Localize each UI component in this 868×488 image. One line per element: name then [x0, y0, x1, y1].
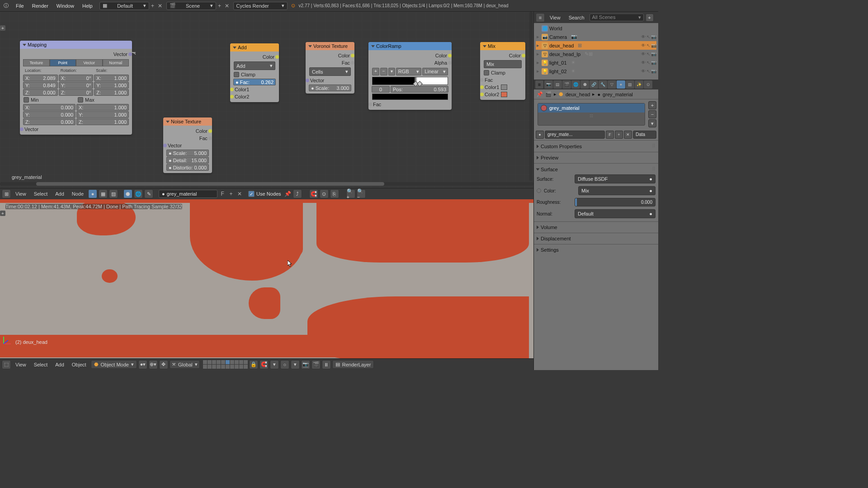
node-editor[interactable]: + grey_material Mapping Vector Texture P…: [0, 12, 533, 188]
ramp-gradient[interactable]: [372, 77, 448, 85]
material-name-input[interactable]: grey_mate...: [545, 131, 605, 139]
tree-row-camera[interactable]: ▸📷Camera📷👁↖📷: [536, 33, 656, 41]
menu-window[interactable]: Window: [52, 3, 78, 9]
loc-y[interactable]: Y:0.849: [23, 82, 58, 89]
scl-y[interactable]: Y:1.000: [94, 82, 129, 89]
rot-z[interactable]: Z:0°: [59, 89, 94, 96]
backdrop-zoom-out-icon[interactable]: 🔍−: [357, 189, 366, 198]
ramp-stop-color[interactable]: [372, 94, 448, 100]
outliner-add-button[interactable]: +: [646, 14, 654, 22]
scl-x[interactable]: X:1.000: [94, 75, 129, 81]
node-mapping-header[interactable]: Mapping: [20, 41, 132, 49]
color-input-dropdown[interactable]: Mix●: [578, 186, 656, 195]
crumb-mat[interactable]: grey_material: [603, 92, 633, 97]
voronoi-scale[interactable]: ● Scale:3.000: [309, 84, 351, 91]
editor-type-props-icon[interactable]: ≡: [535, 80, 544, 89]
menu-help[interactable]: Help: [78, 3, 97, 9]
outliner-filter-dropdown[interactable]: All Scenes▾: [590, 14, 644, 21]
tab-data[interactable]: ▽: [608, 80, 616, 89]
mapping-min-check[interactable]: Min: [22, 96, 76, 103]
material-selector[interactable]: ●grey_material: [159, 190, 217, 198]
snap-element-icon[interactable]: ▾: [270, 360, 279, 369]
add-clamp[interactable]: Clamp: [232, 71, 277, 78]
ne-menu-select[interactable]: Select: [31, 191, 51, 197]
vp-menu-view[interactable]: View: [12, 362, 29, 367]
node-voronoi-header[interactable]: Voronoi Texture: [306, 42, 354, 50]
scene-add-button[interactable]: +: [216, 2, 223, 9]
ramp-del-stop[interactable]: −: [380, 68, 387, 75]
ne-menu-node[interactable]: Node: [69, 191, 87, 197]
vp-menu-select[interactable]: Select: [31, 362, 51, 367]
panel-settings[interactable]: Settings: [537, 246, 656, 253]
mat-add-button[interactable]: +: [227, 190, 235, 197]
editor-type-outliner-icon[interactable]: ≡: [536, 13, 545, 22]
normal-input-dropdown[interactable]: Default●: [575, 209, 656, 218]
snap-type-icon[interactable]: ⊙: [320, 189, 329, 198]
shading-dropdown[interactable]: ●▾: [138, 360, 147, 369]
vp-toolbar-expand[interactable]: +: [0, 211, 5, 216]
rot-y[interactable]: Y:0°: [59, 82, 94, 89]
shader-type-world-icon[interactable]: 🌐: [134, 189, 143, 198]
tree-row-light-01[interactable]: ▸💡light_01☀👁↖📷: [536, 58, 656, 67]
outliner-search-menu[interactable]: Search: [566, 15, 588, 20]
snap-toggle-icon[interactable]: 🧲: [259, 360, 269, 369]
tree-type-tex-icon[interactable]: ▨: [109, 189, 118, 198]
pin-icon[interactable]: 📌: [537, 91, 543, 97]
socket-vector-out[interactable]: Vector: [22, 51, 130, 58]
scene-remove-button[interactable]: ✕: [223, 2, 231, 9]
tree-type-comp-icon[interactable]: ▦: [99, 189, 108, 198]
node-mix[interactable]: Mix Color Mix Clamp Fac Color1 Color2: [480, 42, 525, 100]
slot-add-button[interactable]: +: [648, 101, 656, 109]
pin-button[interactable]: 📌: [284, 190, 292, 197]
node-voronoi[interactable]: Voronoi Texture Color Fac Cells▾ Vector …: [306, 42, 354, 94]
screen-layout-dropdown[interactable]: ▦ Default ▾: [99, 2, 149, 10]
tab-normal[interactable]: Normal: [103, 59, 129, 66]
proportional-icon[interactable]: ○: [280, 360, 289, 369]
voronoi-mode[interactable]: Cells▾: [309, 67, 351, 76]
node-add[interactable]: Add Color Add▾ Clamp ● Fac:0.262 Color1 …: [230, 43, 279, 102]
manipulator-icon[interactable]: ✥: [159, 360, 168, 369]
panel-custom-props[interactable]: Custom Properties⠿: [537, 142, 656, 150]
loc-x[interactable]: X:2.089: [23, 75, 58, 81]
node-noise[interactable]: Noise Texture Color Fac Vector ● Scale:5…: [163, 117, 212, 173]
proportional-falloff-icon[interactable]: ▾: [291, 360, 300, 369]
render-layer-dropdown[interactable]: ▤RenderLayer: [332, 360, 374, 369]
noise-distortion[interactable]: ● Distortio:0.000: [166, 164, 209, 171]
node-noise-header[interactable]: Noise Texture: [163, 117, 212, 126]
tab-constraints[interactable]: 🔗: [590, 80, 598, 89]
tab-physics[interactable]: ⊙: [644, 80, 652, 89]
node-mix-header[interactable]: Mix: [480, 42, 525, 50]
menu-render[interactable]: Render: [28, 3, 52, 9]
ramp-interp[interactable]: Linear▾: [422, 68, 448, 75]
ne-menu-view[interactable]: View: [12, 191, 29, 197]
tab-point[interactable]: Point: [50, 59, 76, 66]
tab-texture[interactable]: Texture: [23, 59, 50, 66]
pivot-dropdown[interactable]: ⊕▾: [149, 360, 158, 369]
vp-menu-object[interactable]: Object: [69, 362, 90, 367]
node-colorramp-header[interactable]: ColorRamp: [368, 42, 452, 50]
tree-row-deux-head-lp[interactable]: ▸▽deux_head_lp✎⊞👁↖📷: [536, 50, 656, 58]
scene-dropdown[interactable]: 🎬 Scene ▾: [166, 2, 216, 10]
layers-widget[interactable]: [203, 360, 248, 369]
mat-f-button[interactable]: F: [219, 190, 226, 197]
menu-file[interactable]: File: [12, 3, 28, 9]
material-unlink-button[interactable]: ✕: [624, 131, 632, 139]
material-link-dropdown[interactable]: Data: [633, 131, 656, 139]
3d-viewport[interactable]: Time:00:02.12 | Mem:41.43M, Peak:44.72M …: [0, 199, 533, 358]
tab-render[interactable]: 📷: [544, 80, 553, 89]
render-image-icon[interactable]: 📷: [301, 360, 310, 369]
mode-dropdown[interactable]: ⬣Object Mode▾: [91, 360, 137, 369]
tab-material[interactable]: ●: [617, 80, 625, 89]
fake-user-button[interactable]: F: [606, 131, 614, 139]
rot-x[interactable]: X:0°: [59, 75, 94, 81]
scl-z[interactable]: Z:1.000: [94, 89, 129, 96]
panel-displacement[interactable]: Displacement: [537, 235, 656, 242]
tree-row-deux-head[interactable]: ▸▽deux_head⊞👁↖📷: [536, 41, 656, 50]
tab-particles[interactable]: ✨: [635, 80, 643, 89]
outliner-tree[interactable]: 🌐World ▸📷Camera📷👁↖📷 ▸▽deux_head⊞👁↖📷 ▸▽de…: [534, 23, 658, 76]
go-parent-icon[interactable]: ⤴: [293, 189, 302, 198]
crumb-obj[interactable]: deux_head: [566, 92, 590, 97]
orientation-dropdown[interactable]: ⤧Global▾: [170, 360, 200, 369]
mat-del-button[interactable]: ✕: [236, 190, 243, 197]
render-anim-icon[interactable]: 🎬: [311, 360, 321, 369]
